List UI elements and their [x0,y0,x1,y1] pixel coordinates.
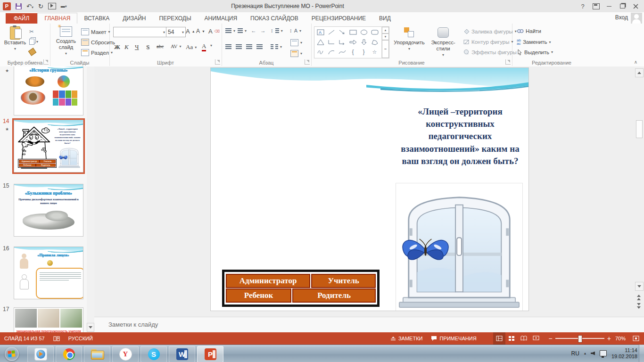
window-butterfly-image[interactable] [396,183,523,311]
tab-design[interactable]: ДИЗАЙН [116,13,152,24]
sign-in-link[interactable]: Вход [615,14,628,21]
align-right-button[interactable] [246,44,252,49]
font-dialog-launcher[interactable] [215,59,220,65]
network-icon[interactable] [600,350,607,356]
shape-line-icon[interactable] [326,27,337,37]
slide-thumbnail-16[interactable]: «Правила лицея» [14,247,83,299]
shrink-font-button[interactable]: A▼ [196,28,205,34]
tab-insert[interactable]: ВСТАВКА [77,13,116,24]
justify-button[interactable] [256,44,263,49]
line-spacing-button[interactable]: ↕▾ [271,28,283,33]
shapes-scroll-down[interactable]: ▾ [382,33,389,40]
notes-placeholder[interactable]: Заметки к слайду [108,321,644,328]
start-button[interactable] [5,347,19,361]
slide-sorter-view-button[interactable] [505,332,518,345]
shape-elbow-arrow-icon[interactable] [337,37,347,47]
font-color-button[interactable]: A [202,42,206,51]
text-direction-button[interactable]: ↕A▾ [289,28,301,33]
notes-pane[interactable]: Заметки к слайду [94,317,644,333]
ribbon-display-options-button[interactable] [589,1,603,11]
tab-slideshow[interactable]: ПОКАЗ СЛАЙДОВ [244,13,305,24]
font-size-combo[interactable]: 54▾ [166,27,186,37]
tab-view[interactable]: ВИД [372,13,397,24]
slide-thumbnail-panel[interactable]: ★ «История группы» 14 ★ «Лицей –территор… [0,66,87,332]
slide-thumbnail-13[interactable]: «История группы» [14,66,83,115]
clear-formatting-button[interactable]: A⌫ [208,28,220,35]
previous-slide-button[interactable] [635,292,643,300]
notes-toggle-button[interactable]: ЗАМЕТКИ [386,332,427,345]
editor-scroll-up-button[interactable] [635,68,644,77]
comments-toggle-button[interactable]: ПРИМЕЧАНИЯ [427,332,480,345]
paragraph-dialog-launcher[interactable] [305,59,310,65]
tab-animations[interactable]: АНИМАЦИЯ [198,13,244,24]
taskbar-word-button[interactable]: W [169,346,195,362]
layout-button[interactable]: Макет▾ [81,28,110,35]
slide-thumbnail-17[interactable]: эмоциональная перегруженность учителя [14,307,83,332]
tab-file[interactable]: ФАЙЛ [6,13,37,24]
shape-star-icon[interactable]: ☆ [369,47,380,57]
slideshow-view-button[interactable] [530,332,542,345]
table-cell-parent[interactable]: Родитель [292,288,376,303]
help-button[interactable]: ? [576,1,589,11]
font-name-combo[interactable]: ▾ [113,27,167,37]
shape-right-arrow-icon[interactable] [347,37,358,47]
taskbar-yandex-button[interactable]: Y [112,346,139,362]
zoom-in-button[interactable]: + [607,335,611,342]
shape-arc-icon[interactable] [326,47,337,57]
shape-scribble-icon[interactable] [315,47,326,57]
convert-smartart-button[interactable]: ▾ [290,50,302,57]
collapse-ribbon-button[interactable]: ∧ [634,59,637,65]
spellcheck-icon[interactable] [49,332,64,345]
shape-right-brace-icon[interactable]: } [358,47,369,57]
arrange-button[interactable]: Упорядочить▾ [392,27,426,52]
slide-table[interactable]: Администратор Учитель Ребенок Родитель [222,270,380,307]
numbering-button[interactable]: ▾ [238,28,247,33]
shape-arrow-icon[interactable] [337,27,347,37]
fit-slide-to-window-button[interactable] [630,332,642,345]
decrease-indent-button[interactable]: ← [251,28,256,33]
increase-indent-button[interactable]: → [260,28,266,33]
align-text-button[interactable]: ▾ [290,39,302,46]
section-button[interactable]: Раздел▾ [81,49,113,56]
clipboard-dialog-launcher[interactable] [43,59,49,65]
restore-button[interactable] [616,1,629,11]
taskbar-skype-button[interactable]: S [140,346,167,362]
save-icon[interactable] [16,3,22,9]
panel-scroll-down-button[interactable] [87,323,94,332]
shape-rounded-rectangle-icon[interactable] [369,27,380,37]
volume-icon[interactable] [591,352,595,355]
slide-title-text[interactable]: «Лицей –территория конструктивных педаго… [394,106,527,167]
font-color-caret[interactable]: ▾ [210,43,212,48]
shape-left-brace-icon[interactable]: { [347,47,358,57]
bold-button[interactable]: Ж [114,43,120,51]
zoom-out-button[interactable]: − [549,335,553,342]
tab-transitions[interactable]: ПЕРЕХОДЫ [153,13,198,24]
close-button[interactable] [629,1,642,11]
select-button[interactable]: Выделить▾ [517,49,553,55]
shape-down-arrow-icon[interactable] [358,37,369,47]
table-cell-child[interactable]: Ребенок [226,288,291,303]
character-spacing-button[interactable]: AV▾ [171,43,182,49]
new-slide-button[interactable]: Создать слайд▾ [54,26,78,57]
replace-button[interactable]: abacЗаменить▾ [517,39,551,45]
zoom-slider[interactable] [555,338,604,339]
user-avatar[interactable] [631,13,642,24]
repeat-button[interactable]: ↻ [38,3,43,10]
next-slide-button[interactable] [635,303,643,311]
taskbar-media-player-button[interactable] [27,346,54,362]
table-cell-teacher[interactable]: Учитель [311,274,376,288]
thumbnail-panel-scrollbar[interactable] [87,66,95,332]
shape-fill-button[interactable]: Заливка фигуры▾ [463,28,517,34]
text-shadow-button[interactable]: S [146,43,149,51]
customize-qat-button[interactable]: ▬▾ [61,4,67,8]
quick-styles-button[interactable]: Экспресс-стили▾ [428,27,458,58]
shape-curve-icon[interactable] [337,47,347,57]
tray-language-indicator[interactable]: RU [571,350,579,357]
paste-button[interactable]: Вставить▾ [4,26,26,52]
table-cell-administrator[interactable]: Администратор [226,274,310,288]
start-slideshow-icon[interactable] [48,3,56,9]
taskbar-powerpoint-button[interactable]: P [197,346,223,362]
change-case-button[interactable]: Aa▾ [186,43,197,51]
align-left-button[interactable] [225,44,231,49]
shapes-more-button[interactable]: ≂ [382,40,389,58]
